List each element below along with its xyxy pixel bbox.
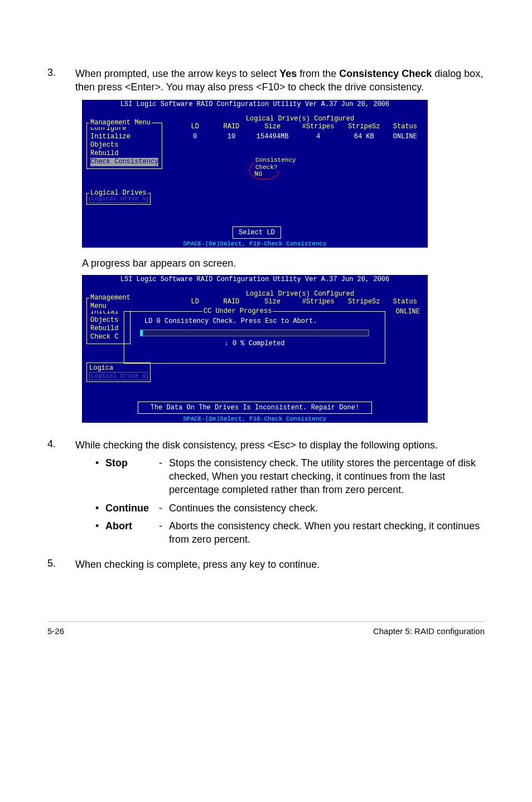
col2-raid: RAID [213,298,249,306]
cc-progress-box: CC Under Progress LD 0 Consistency Check… [124,311,385,364]
cell-size: 154494MB [250,133,296,141]
chapter-title: Chapter 5: RAID configuration [373,626,485,636]
step4-number: 4. [47,438,75,551]
col-raid: RAID [213,123,249,131]
option-continue: • Continue - Continues the consistency c… [95,501,485,515]
col2-ld: LD [177,298,213,306]
menu-initialize[interactable]: Initialize [90,133,158,141]
menu2-objects[interactable]: Objects [90,316,127,325]
bios2-title: LSI Logic Software RAID Configuration Ut… [82,275,428,284]
option-stop-text: Stops the consistency check. The utility… [169,456,485,497]
cell-stripes: 4 [296,133,341,141]
consistency-check-label: Consistency Check? [254,157,297,171]
step-5: 5. When checking is complete, press any … [47,558,485,571]
ld-configured-label-2: Logical Drive(s) Configured [177,290,423,298]
col2-size: Size [250,298,296,306]
select-ld-hint: Select LD [233,226,281,239]
consistency-check-dialog: Consistency Check? Yes No [249,161,279,180]
bullet-icon: • [95,501,105,515]
bullet-icon: • [95,456,105,497]
step5-number: 5. [47,558,75,571]
col2-status: Status [387,298,423,306]
col-size: Size [250,123,296,131]
step3-cc: Consistency Check [339,68,432,79]
logical-drives-sub: Logical Drives Logical Drive 0 [86,193,151,205]
step5-text: When checking is complete, press any key… [75,558,485,571]
option-stop: • Stop - Stops the consistency check. Th… [95,456,485,497]
menu-check-consistency[interactable]: Check Consistency [90,158,158,166]
cc-progress-label: CC Under Progress [202,307,273,315]
col2-stripes: #Stripes [296,298,341,306]
step-3: 3. When prompted, use the arrow keys to … [47,67,485,94]
progress-bar [140,330,369,336]
cell-raid: 10 [213,133,249,141]
option-continue-label: Continue [105,501,159,515]
step3-text-2: from the [297,68,339,79]
progress-fill [141,330,143,336]
option-abort-text: Aborts the consistency check. When you r… [169,519,485,547]
ld-columns: LD RAID Size #Stripes StripeSz Status [177,123,423,131]
progress-percent: ↓ 0 % Completed [129,340,380,347]
management-menu-2-label: Management Menu [89,294,132,311]
step3-number: 3. [47,67,75,94]
option-continue-text: Continues the consistency check. [169,501,485,515]
options-list: • Stop - Stops the consistency check. Th… [95,456,485,547]
step3-body: When prompted, use the arrow keys to sel… [75,67,485,94]
consistency-no-option[interactable]: No [254,170,262,178]
cc-progress-line: LD 0 Consistency Check. Press Esc to Abo… [144,317,380,325]
ld-configured-label: Logical Drive(s) Configured [177,115,423,123]
option-abort-label: Abort [105,519,159,547]
option-stop-label: Stop [105,456,159,497]
management-menu-label: Management Menu [89,119,152,127]
bios-screenshot-1: LSI Logic Software RAID Configuration Ut… [82,100,428,248]
menu2-check[interactable]: Check C [90,333,127,341]
step4-body: While checking the disk consistency, pre… [75,438,485,551]
option-abort: • Abort - Aborts the consistency check. … [95,519,485,547]
menu-objects[interactable]: Objects [90,141,158,149]
page-number: 5-26 [47,626,64,636]
menu-rebuild[interactable]: Rebuild [90,149,158,158]
ld-columns-2: LD RAID Size #Stripes StripeSz Status [177,298,423,306]
option-abort-dash: - [159,519,169,547]
cell-stripesz: 64 KB [341,133,387,141]
col2-stripesz: StripeSz [341,298,387,306]
option-stop-dash: - [159,456,169,497]
progress-caption: A progress bar appears on screen. [82,258,485,269]
ld-row-0: 0 10 154494MB 4 64 KB ONLINE [177,133,423,141]
logical-drive-0-2[interactable]: Logical Drive 0 [89,372,148,380]
option-continue-dash: - [159,501,169,515]
page-footer: 5-26 Chapter 5: RAID configuration [47,621,485,636]
logical-drives-sub-2: Logica Logical Drive 0 [86,363,151,383]
step4-text: While checking the disk consistency, pre… [75,438,485,452]
step3-yes: Yes [279,68,297,79]
logical-drives-sub-2-label: Logica [89,364,148,372]
col-ld: LD [177,123,213,131]
col-stripesz: StripeSz [341,123,387,131]
step3-text-1: When prompted, use the arrow keys to sel… [75,68,279,79]
bios2-footer: SPACE-(De)Select, F10-Check Consistency [82,416,428,423]
menu2-rebuild[interactable]: Rebuild [90,325,127,333]
step-4: 4. While checking the disk consistency, … [47,438,485,551]
bios1-footer: SPACE-(De)Select, F10-Check Consistency [82,240,428,248]
logical-drives-sub-label: Logical Drives [89,189,148,197]
bios1-title: LSI Logic Software RAID Configuration Ut… [82,100,428,109]
management-menu: Management Menu Configure Initialize Obj… [86,123,162,169]
bullet-icon: • [95,519,105,547]
col-status: Status [387,123,423,131]
repair-done-message: The Data On The Drives Is Inconsistent. … [138,402,372,414]
cell-status: ONLINE [387,133,423,141]
logical-drives-table: Logical Drive(s) Configured LD RAID Size… [177,115,423,141]
bios-screenshot-2: LSI Logic Software RAID Configuration Ut… [82,275,428,423]
col-stripes: #Stripes [296,123,341,131]
cell-ld: 0 [177,133,213,141]
